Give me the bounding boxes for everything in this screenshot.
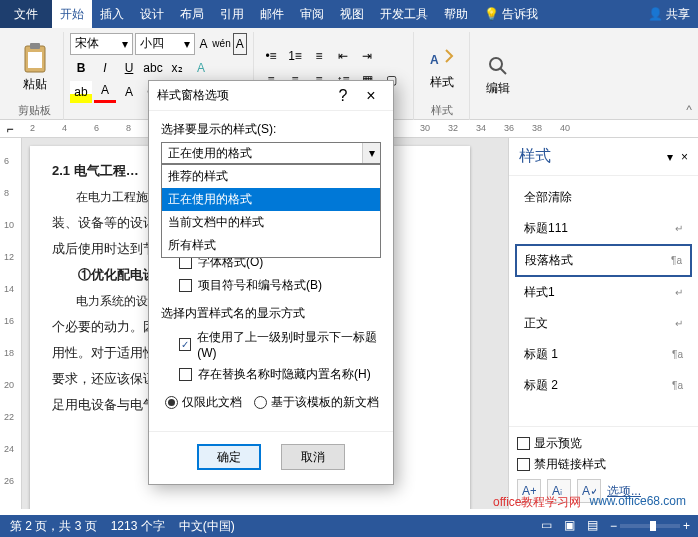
vertical-ruler[interactable]: 68101214161820222426 (0, 138, 22, 509)
style-item[interactable]: 全部清除 (515, 182, 692, 213)
menu-mail[interactable]: 邮件 (252, 0, 292, 28)
style-item-mark: ¶a (672, 349, 683, 360)
font-size-combo[interactable]: 小四▾ (135, 33, 195, 55)
indent-inc-icon[interactable]: ⇥ (356, 45, 378, 67)
radio-label: 基于该模板的新文档 (271, 394, 379, 411)
ruler-mark: 40 (560, 123, 570, 133)
zoom-slider[interactable] (620, 524, 680, 528)
zoom-in-icon[interactable]: + (683, 519, 690, 533)
bold-icon[interactable]: B (70, 57, 92, 79)
paste-label: 粘贴 (23, 76, 47, 93)
combo-dropdown: 推荐的样式正在使用的格式当前文档中的样式所有样式 (161, 164, 381, 258)
menu-design[interactable]: 设计 (132, 0, 172, 28)
style-item[interactable]: 正文↵ (515, 308, 692, 339)
word-count[interactable]: 1213 个字 (111, 518, 165, 535)
vruler-mark: 24 (4, 444, 14, 454)
page-status[interactable]: 第 2 页，共 3 页 (10, 518, 97, 535)
bullet-format-checkbox[interactable]: 项目符号和编号格式(B) (161, 274, 381, 297)
style-item-mark: ↵ (675, 223, 683, 234)
bullets-icon[interactable]: •≡ (260, 45, 282, 67)
cancel-button[interactable]: 取消 (281, 444, 345, 470)
font-name-value: 宋体 (75, 35, 99, 52)
dropdown-option[interactable]: 正在使用的格式 (162, 188, 380, 211)
print-layout-icon[interactable]: ▣ (564, 518, 584, 534)
char-shading-icon[interactable]: A (118, 81, 140, 103)
tab-selector-icon[interactable]: ⌐ (0, 122, 20, 136)
ruler-mark: 36 (504, 123, 514, 133)
ok-button[interactable]: 确定 (197, 444, 261, 470)
style-item[interactable]: 标题111↵ (515, 213, 692, 244)
menu-home[interactable]: 开始 (52, 0, 92, 28)
menu-review[interactable]: 审阅 (292, 0, 332, 28)
language-status[interactable]: 中文(中国) (179, 518, 235, 535)
help-icon[interactable]: ? (329, 82, 357, 110)
styles-select-combo[interactable]: 正在使用的格式 ▾ 推荐的样式正在使用的格式当前文档中的样式所有样式 (161, 142, 381, 164)
underline-icon[interactable]: U (118, 57, 140, 79)
dropdown-option[interactable]: 推荐的样式 (162, 165, 380, 188)
close-icon[interactable]: × (357, 82, 385, 110)
menu-tellme[interactable]: 💡 告诉我 (476, 0, 546, 28)
strike-icon[interactable]: abc (142, 57, 164, 79)
pane-dropdown-icon[interactable]: ▾ (667, 150, 673, 164)
menu-references[interactable]: 引用 (212, 0, 252, 28)
paste-button[interactable]: 粘贴 (12, 42, 57, 93)
styles-button[interactable]: A 样式 (420, 32, 463, 103)
show-preview-checkbox[interactable]: 显示预览 (517, 433, 690, 454)
multilevel-icon[interactable]: ≡ (308, 45, 330, 67)
style-item-mark: ¶a (672, 380, 683, 391)
menu-insert[interactable]: 插入 (92, 0, 132, 28)
vruler-mark: 6 (4, 156, 9, 166)
styles-icon: A (428, 44, 456, 72)
menu-view[interactable]: 视图 (332, 0, 372, 28)
zoom-out-icon[interactable]: − (610, 519, 617, 533)
chk-label: 存在替换名称时隐藏内置名称(H) (198, 366, 371, 383)
vruler-mark: 26 (4, 476, 14, 486)
web-layout-icon[interactable]: ▤ (587, 518, 607, 534)
menu-file[interactable]: 文件 (0, 0, 52, 28)
this-doc-radio[interactable]: 仅限此文档 (165, 394, 242, 411)
text-effect-icon[interactable]: A (190, 57, 212, 79)
dropdown-option[interactable]: 当前文档中的样式 (162, 211, 380, 234)
style-item[interactable]: 标题 2¶a (515, 370, 692, 401)
ribbon-collapse-icon[interactable]: ^ (686, 103, 692, 117)
disable-linked-checkbox[interactable]: 禁用链接样式 (517, 454, 690, 475)
vruler-mark: 20 (4, 380, 14, 390)
phonetic-icon[interactable]: wén (212, 33, 230, 55)
ruler-mark: 6 (94, 123, 99, 133)
hide-alt-checkbox[interactable]: 存在替换名称时隐藏内置名称(H) (161, 363, 381, 386)
menu-layout[interactable]: 布局 (172, 0, 212, 28)
chevron-down-icon[interactable]: ▾ (362, 143, 380, 163)
template-radio[interactable]: 基于该模板的新文档 (254, 394, 379, 411)
menu-help[interactable]: 帮助 (436, 0, 476, 28)
menu-dev[interactable]: 开发工具 (372, 0, 436, 28)
italic-icon[interactable]: I (94, 57, 116, 79)
search-icon (486, 54, 510, 78)
subscript-icon[interactable]: x₂ (166, 57, 188, 79)
style-item[interactable]: 标题 1¶a (515, 339, 692, 370)
char-border-icon[interactable]: A (233, 33, 247, 55)
share-button[interactable]: 👤 共享 (648, 6, 690, 23)
show-preview-label: 显示预览 (534, 435, 582, 452)
numbering-icon[interactable]: 1≡ (284, 45, 306, 67)
ribbon-editing: 编辑 (470, 32, 526, 120)
grow-font-icon[interactable]: A (197, 33, 211, 55)
close-icon[interactable]: × (681, 150, 688, 164)
chk-label: 在使用了上一级别时显示下一标题(W) (197, 329, 381, 360)
vruler-mark: 10 (4, 220, 14, 230)
style-item[interactable]: 段落格式¶a (515, 244, 692, 277)
read-mode-icon[interactable]: ▭ (541, 518, 561, 534)
style-item-mark: ↵ (675, 318, 683, 329)
indent-dec-icon[interactable]: ⇤ (332, 45, 354, 67)
font-color-icon[interactable]: A (94, 81, 116, 103)
dropdown-option[interactable]: 所有样式 (162, 234, 380, 257)
tellme-label: 告诉我 (502, 7, 538, 21)
highlight-icon[interactable]: ab (70, 81, 92, 103)
editing-button[interactable]: 编辑 (476, 32, 520, 118)
svg-line-5 (500, 68, 506, 74)
style-item[interactable]: 样式1↵ (515, 277, 692, 308)
next-title-checkbox[interactable]: 在使用了上一级别时显示下一标题(W) (161, 326, 381, 363)
font-name-combo[interactable]: 宋体▾ (70, 33, 133, 55)
style-item-label: 段落格式 (525, 252, 573, 269)
clipboard-icon (22, 42, 48, 74)
style-item-mark: ↵ (675, 287, 683, 298)
